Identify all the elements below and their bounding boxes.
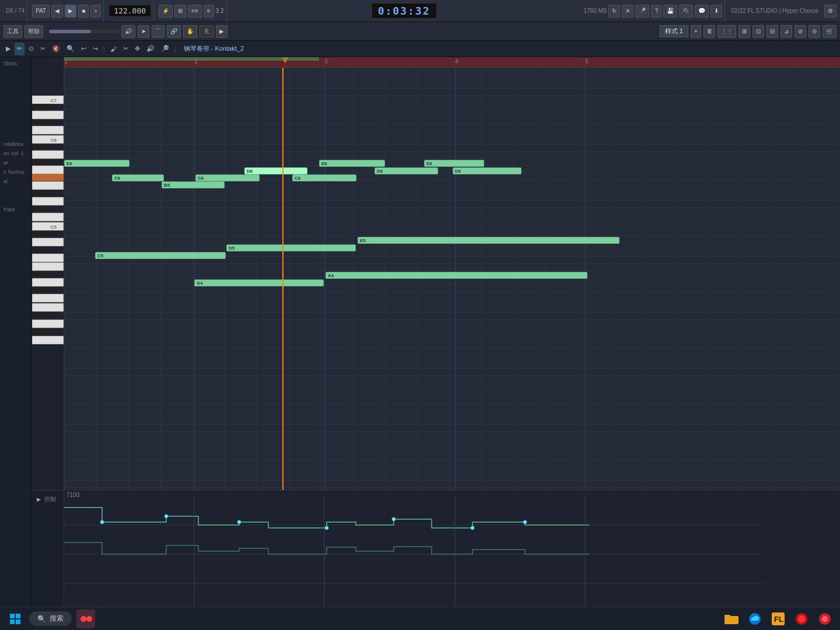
sync-btn[interactable]: ↻ xyxy=(608,5,620,18)
note-e5-1[interactable]: E5 xyxy=(358,237,620,244)
cart-btn[interactable]: 🛒 xyxy=(822,25,836,38)
note-d5-1[interactable]: D5 xyxy=(226,244,356,251)
control-grid-area[interactable]: 7100 xyxy=(64,491,840,607)
svg-rect-52 xyxy=(16,620,20,624)
bend-btn[interactable]: ⌒ xyxy=(152,25,164,38)
prev-pattern[interactable]: ◀ xyxy=(51,5,63,18)
note-grid[interactable]: // We'll draw lines in JS E6 E6 xyxy=(64,68,840,490)
arrow-right[interactable]: ➤ xyxy=(138,25,149,38)
svg-point-42 xyxy=(392,517,396,521)
mic-btn[interactable]: 🎤 xyxy=(635,5,649,18)
btn1[interactable]: ⚡ xyxy=(159,5,173,18)
mute-btn[interactable]: ⊘ xyxy=(794,25,806,38)
record-app-icon[interactable] xyxy=(816,610,834,628)
note-b5-1[interactable]: B5 xyxy=(162,181,225,188)
fl-icon[interactable]: FL xyxy=(769,610,788,628)
note-d6-1[interactable]: D6 xyxy=(244,167,307,174)
svg-point-44 xyxy=(523,520,527,524)
dots-icon[interactable] xyxy=(76,610,95,628)
piano-roll-title: 钢琴卷帘 - Kontakt_2 xyxy=(179,44,249,53)
piano-roll-container: 1 2 3 4 5 xyxy=(32,57,840,607)
folder-icon[interactable] xyxy=(722,610,741,628)
cursor-area[interactable] xyxy=(456,164,466,173)
tool-toolbar: ▶ ✏ ⊙ ✂ 🔇 🔍 ↩ ↪ | 🖌 ✂ ✥ 🔊 🔎 | 钢琴卷帘 - Kon… xyxy=(0,41,840,57)
snap-btn[interactable]: ⊡ xyxy=(752,25,764,38)
note-e6-2[interactable]: E6 xyxy=(319,160,385,167)
note-g4-1[interactable]: G4 xyxy=(194,279,324,286)
chorus-settings[interactable]: ⚙ xyxy=(824,5,836,18)
red-app-icon[interactable] xyxy=(792,610,811,628)
note-d6-2[interactable]: D6 xyxy=(374,167,438,174)
scale-btn[interactable]: ⋮⋮ xyxy=(718,25,736,38)
style-selector[interactable]: 样式 1 xyxy=(660,25,688,37)
svg-rect-49 xyxy=(10,614,15,618)
zoom-tool[interactable]: 🔍 xyxy=(64,43,77,55)
play-button[interactable]: ▶ xyxy=(65,5,76,18)
help-menu[interactable]: 帮助 xyxy=(24,25,43,38)
ruler-mark-4: 4 xyxy=(455,58,459,65)
undo-tool[interactable]: ↩ xyxy=(79,43,89,55)
note-c6-1[interactable]: C6 xyxy=(112,174,164,181)
piano-btn[interactable]: ⊟ xyxy=(766,25,778,38)
select-tool[interactable]: ⊙ xyxy=(26,43,36,55)
svg-text:FL: FL xyxy=(774,615,783,624)
control-label: 控制 xyxy=(44,495,56,503)
link-btn[interactable]: 🔗 xyxy=(167,25,181,38)
volume-btn[interactable]: 🔊 xyxy=(121,25,135,38)
move-tool[interactable]: ✥ xyxy=(132,43,142,55)
volume-tool[interactable]: 🔊 xyxy=(144,43,157,55)
dl-btn[interactable]: ⬇ xyxy=(710,5,722,18)
pattern-num: 3 2 xyxy=(216,8,224,14)
note-c6-3[interactable]: C6 xyxy=(292,174,356,181)
svg-text:C6: C6 xyxy=(51,138,57,143)
sidebar-label-pack: Pack xyxy=(1,205,18,214)
expand-btn[interactable]: ▶ xyxy=(4,43,13,55)
note-c6-2[interactable]: C6 xyxy=(195,174,260,181)
chat-btn[interactable]: 💬 xyxy=(695,5,709,18)
stamp-btn[interactable]: ✋ xyxy=(183,25,197,38)
track-display: D6 / 74 xyxy=(6,8,24,14)
note-e6-3[interactable]: E6 xyxy=(424,160,484,167)
taskbar-search[interactable]: 🔍 搜索 xyxy=(29,611,72,626)
btn3[interactable]: ≡≡ xyxy=(188,5,202,18)
control-expand[interactable]: ▶ xyxy=(34,493,43,506)
tools-menu[interactable]: 工具 xyxy=(4,25,22,38)
edge-icon[interactable] xyxy=(746,610,764,628)
sidebar-label-techno: c Techno xyxy=(1,168,27,176)
windows-icon[interactable] xyxy=(6,610,24,628)
redo-tool[interactable]: ↪ xyxy=(90,43,100,55)
bpm-display[interactable]: 122.000 xyxy=(108,5,151,17)
pencil-tool[interactable]: ✏ xyxy=(15,43,24,55)
timeline-ruler[interactable]: 1 2 3 4 5 xyxy=(64,57,840,68)
btn2[interactable]: ⊞ xyxy=(174,5,186,18)
style-add[interactable]: + xyxy=(691,25,701,38)
plugin-btn[interactable]: 🔌 xyxy=(679,5,693,18)
note-c5-1[interactable]: C5 xyxy=(95,252,226,259)
note-e6-1[interactable]: E6 xyxy=(64,160,130,167)
play-arrow[interactable]: ▶ xyxy=(216,25,228,38)
close-btn[interactable]: ✕ xyxy=(622,5,634,18)
stop-button[interactable]: ■ xyxy=(78,5,89,18)
btn4[interactable]: ≡ xyxy=(204,5,214,18)
piano-keys: C7 C6 xyxy=(32,68,64,490)
scissors-tool[interactable]: ✂ xyxy=(121,43,131,55)
paint-tool[interactable]: 🖌 xyxy=(108,43,119,55)
sidebar-label-shots: Shots xyxy=(1,60,19,68)
delete-tool[interactable]: ✂ xyxy=(38,43,48,55)
help-btn[interactable]: ? xyxy=(651,5,662,18)
beat-line-2 xyxy=(194,68,195,490)
zoom-in-tool[interactable]: 🔎 xyxy=(159,43,172,55)
filter-btn[interactable]: ⊿ xyxy=(780,25,792,38)
pat-button[interactable]: PAT xyxy=(32,5,50,18)
transport-controls: D6 / 74 xyxy=(4,0,27,22)
mute-tool[interactable]: 🔇 xyxy=(50,43,62,55)
svg-point-43 xyxy=(471,526,474,530)
mode-selector[interactable]: 无 xyxy=(200,26,214,37)
record-button[interactable]: ● xyxy=(90,5,101,18)
mix-btn[interactable]: ⊝ xyxy=(808,25,820,38)
chord-btn[interactable]: ≣ xyxy=(704,25,715,38)
note-a4-1[interactable]: A4 xyxy=(326,272,587,279)
top-toolbar: D6 / 74 PAT ◀ ▶ ■ ● 122.000 ⚡ ⊞ ≡≡ ≡ 3 2… xyxy=(0,0,840,22)
grid-btn[interactable]: ⊞ xyxy=(738,25,750,38)
save-btn[interactable]: 💾 xyxy=(663,5,677,18)
